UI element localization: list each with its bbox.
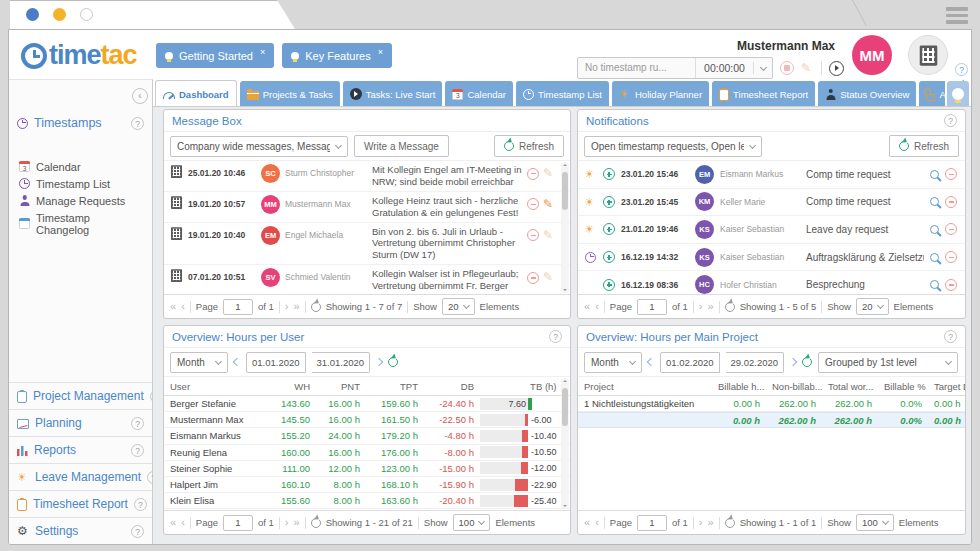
stop-timer-icon[interactable] [780, 61, 794, 75]
sidebar-section-project-management[interactable]: Project Management [9, 382, 152, 409]
pagination-refresh-icon[interactable] [725, 518, 735, 528]
delete-message-icon[interactable] [527, 229, 539, 241]
dismiss-request-icon[interactable] [945, 279, 957, 291]
pagination-last-icon[interactable] [708, 517, 714, 528]
pagination-first-icon[interactable] [170, 301, 176, 312]
table-row[interactable]: Mustermann Max145.5016.00 h161.50 h-22.5… [164, 412, 570, 428]
column-header[interactable]: Project [578, 381, 712, 392]
user-avatar[interactable]: MM [852, 35, 892, 75]
column-header[interactable]: Billable h... [712, 381, 766, 392]
page-size-select[interactable]: 100 [856, 514, 894, 531]
page-size-select[interactable]: 100 [453, 514, 491, 531]
page-input[interactable] [637, 515, 667, 531]
panel-help-icon[interactable] [944, 114, 957, 127]
sidebar-section-timesheet-report[interactable]: Timesheet Report [9, 490, 152, 517]
pagination-last-icon[interactable] [708, 301, 714, 312]
message-row[interactable]: 07.01.20 10:51SVSchmied ValentinKollegin… [164, 265, 570, 294]
delete-message-icon[interactable] [527, 168, 539, 180]
table-row[interactable]: Klein Elisa155.608.00 h163.60 h-20.40 h-… [164, 493, 570, 509]
notification-row[interactable]: 23.01.20 15:45KMKeller MarieComp time re… [578, 189, 965, 217]
previous-period-icon[interactable] [647, 358, 655, 366]
section-help-icon[interactable] [134, 498, 147, 511]
add-timestamp-icon[interactable] [603, 196, 615, 208]
add-timestamp-icon[interactable] [603, 168, 615, 180]
sidebar-item-calendar[interactable]: Calendar [9, 158, 152, 175]
panel-help-icon[interactable] [549, 330, 562, 343]
date-to-input[interactable]: 29.02.2020 [726, 352, 785, 373]
sidebar-section-leave-management[interactable]: Leave Management [9, 463, 152, 490]
section-help-icon[interactable] [131, 444, 144, 457]
notification-row[interactable]: 21.01.20 19:46KSKaiser SebastianLeave da… [578, 216, 965, 244]
write-message-button[interactable]: Write a Message [354, 135, 449, 157]
sidebar-section-reports[interactable]: Reports [9, 436, 152, 463]
window-dot-yellow[interactable] [53, 8, 66, 21]
tab-status-overview[interactable]: Status Overview [818, 81, 916, 107]
message-row[interactable]: 25.01.20 10:46SCSturm ChristopherMit Kol… [164, 161, 570, 192]
table-row[interactable]: 1 Nichtleistungstätigkeiten0.00 h262.00 … [578, 396, 965, 412]
notification-row[interactable]: 16.12.19 08:36HCHofer ChristianBesprechu… [578, 271, 965, 294]
column-header[interactable]: DB [424, 381, 480, 392]
dismiss-request-icon[interactable] [945, 168, 957, 180]
table-row[interactable]: Steiner Sophie111.0012.00 h123.00 h-15.0… [164, 461, 570, 477]
add-timestamp-icon[interactable] [603, 223, 615, 235]
pagination-prev-icon[interactable] [181, 301, 185, 312]
page-size-select[interactable]: 20 [442, 298, 475, 315]
column-header[interactable]: Target Du... [928, 381, 965, 392]
tab-activate-account[interactable]: Activate Account [919, 81, 945, 107]
pagination-last-icon[interactable] [294, 517, 300, 528]
page-size-select[interactable]: 20 [856, 298, 889, 315]
help-icon[interactable] [955, 63, 968, 76]
pagination-first-icon[interactable] [170, 517, 176, 528]
view-request-icon[interactable] [930, 197, 939, 206]
add-timestamp-icon[interactable] [603, 279, 615, 291]
sidebar-item-manage-requests[interactable]: Manage Requests [9, 192, 152, 209]
tab-calendar[interactable]: Calendar [445, 81, 513, 107]
edit-message-icon[interactable] [543, 167, 556, 180]
tab-timestamp-list[interactable]: Timestamp List [516, 81, 609, 107]
tab-projects-tasks[interactable]: Projects & Tasks [240, 81, 340, 107]
quick-tab-key-features[interactable]: Key Features× [282, 43, 392, 68]
pagination-last-icon[interactable] [294, 301, 300, 312]
page-input[interactable] [223, 299, 253, 315]
pagination-prev-icon[interactable] [595, 517, 599, 528]
scrollbar-thumb[interactable] [562, 388, 568, 426]
edit-message-icon[interactable] [543, 229, 556, 242]
sidebar-item-timestamp-list[interactable]: Timestamp List [9, 175, 152, 192]
date-from-input[interactable]: 01.02.2020 [660, 352, 720, 373]
view-request-icon[interactable] [930, 170, 939, 179]
edit-message-icon[interactable] [543, 198, 556, 211]
scrollbar[interactable] [561, 378, 569, 509]
tab-holiday-planner[interactable]: Holiday Planner [612, 81, 709, 107]
next-period-icon[interactable] [375, 358, 383, 366]
date-to-input[interactable]: 31.01.2020 [312, 352, 371, 373]
message-filter-select[interactable]: Company wide messages, Message [170, 136, 348, 157]
column-header[interactable]: WH [268, 381, 316, 392]
period-select[interactable]: Month [170, 352, 228, 373]
delete-message-icon[interactable] [527, 272, 539, 284]
browser-menu-icon[interactable] [946, 7, 968, 27]
close-icon[interactable]: × [260, 47, 265, 57]
sidebar-item-timestamp-changelog[interactable]: Timestamp Changelog [9, 209, 152, 238]
page-input[interactable] [637, 299, 667, 315]
panel-help-icon[interactable] [944, 330, 957, 343]
view-request-icon[interactable] [930, 225, 939, 234]
sidebar-section-planning[interactable]: Planning [9, 409, 152, 436]
column-header[interactable]: Non-billab... [766, 381, 822, 392]
table-row[interactable]: Hofer Christian136.0038.00 h174.00 h-10.… [164, 509, 570, 510]
section-help-icon[interactable] [131, 417, 144, 430]
message-row[interactable]: 19.01.20 10:57MMMustermann MaxKollege He… [164, 192, 570, 223]
refresh-icon[interactable] [802, 357, 812, 367]
period-select[interactable]: Month [584, 352, 642, 373]
date-from-input[interactable]: 01.01.2020 [246, 352, 306, 373]
next-period-icon[interactable] [789, 358, 797, 366]
pagination-refresh-icon[interactable] [311, 302, 321, 312]
add-timestamp-icon[interactable] [603, 251, 615, 263]
tab-timesheet-report[interactable]: Timesheet Report [712, 81, 815, 107]
sidebar-section-settings[interactable]: Settings [9, 517, 152, 544]
previous-period-icon[interactable] [233, 358, 241, 366]
column-header[interactable]: TPT [366, 381, 424, 392]
pagination-next-icon[interactable] [285, 517, 289, 528]
pagination-next-icon[interactable] [699, 517, 703, 528]
message-row[interactable]: 19.01.20 10:40EMEngel MichaelaBin von 2.… [164, 223, 570, 266]
pagination-first-icon[interactable] [584, 517, 590, 528]
